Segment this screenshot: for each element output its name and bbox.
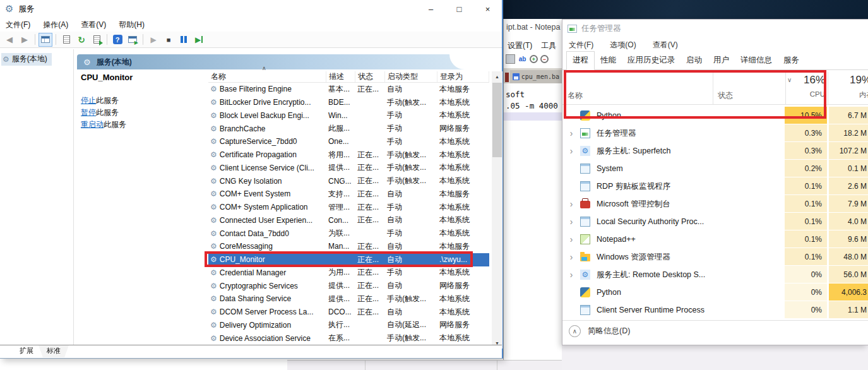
service-row[interactable]: ⚙Base Filtering Engine基本...正在...自动本地服务 (208, 83, 489, 96)
service-row[interactable]: ⚙Block Level Backup Engi...Win...手动本地系统 (208, 109, 489, 122)
menu-help[interactable]: 帮助(H) (119, 20, 145, 30)
task-manager-window[interactable]: 任务管理器 文件(F) 选项(O) 查看(V) 进程性能应用历史记录启动用户详细… (562, 19, 868, 345)
menu-action[interactable]: 操作(A) (43, 20, 68, 30)
service-row[interactable]: ⚙CoreMessagingMan...正在...自动本地服务 (208, 240, 489, 253)
maximize-button[interactable]: □ (445, 0, 473, 18)
tab-extended[interactable]: 扩展 (11, 345, 42, 357)
process-row[interactable]: ›Windows 资源管理器0.1%48.0 M (562, 248, 868, 266)
column-header-logon-as[interactable]: 登录为 (437, 71, 489, 82)
column-header-name[interactable]: 名称 (568, 90, 583, 101)
notepad-window[interactable]: ipt.bat - Notepa 设置(T) 工具 ab + − cpu_men… (503, 19, 562, 370)
refresh-icon[interactable]: ↻ (74, 33, 88, 47)
column-header-description[interactable]: 描述 (326, 71, 355, 82)
expand-chevron-icon[interactable]: › (562, 128, 580, 138)
restart-service-link[interactable]: 重启动 (81, 120, 104, 129)
vertical-scrollbar[interactable]: ▲ ▼ (492, 71, 502, 349)
process-row[interactable]: ›⚙服务主机: Superfetch0.3%107.2 M (562, 142, 868, 160)
service-row[interactable]: ⚙Device Association Service在系...手动(触发...… (208, 331, 489, 345)
tab-1[interactable]: 性能 (595, 52, 622, 69)
expand-chevron-icon[interactable]: › (562, 270, 580, 280)
menu-file[interactable]: 文件(F) (569, 40, 593, 51)
tab-6[interactable]: 服务 (778, 52, 805, 69)
stop-service-link[interactable]: 停止 (81, 96, 96, 105)
menu-options[interactable]: 选项(O) (610, 40, 636, 51)
tab-5[interactable]: 详细信息 (735, 52, 778, 69)
service-row[interactable]: ⚙COM+ System Application管理...正在...手动本地系统 (208, 201, 489, 214)
process-row[interactable]: Client Server Runtime Process0%1.1 M (562, 301, 868, 319)
restart-service-icon[interactable]: ▶ (192, 33, 206, 47)
column-header-memory[interactable]: 内存 (829, 90, 868, 100)
show-console-tree-icon[interactable] (39, 33, 52, 47)
export-list-icon[interactable] (90, 33, 104, 47)
service-row[interactable]: ⚙BranchCache此服...手动网络服务 (208, 122, 489, 135)
column-header-startup-type[interactable]: 启动类型 (385, 71, 437, 82)
process-row[interactable]: ›Local Security Authority Proc...0.1%4.0… (562, 213, 868, 230)
service-row[interactable]: ⚙CaptureService_7bdd0One...手动本地系统 (208, 135, 489, 148)
zoom-in-icon[interactable]: + (530, 55, 538, 63)
properties-icon[interactable] (59, 33, 73, 47)
service-row[interactable]: ⚙Client License Service (Cli...提供...正在..… (208, 162, 489, 175)
menu-tools[interactable]: 工具 (541, 40, 556, 51)
fewer-details-label[interactable]: 简略信息(D) (588, 326, 630, 337)
scrollbar-thumb[interactable] (492, 83, 502, 157)
service-row[interactable]: ⚙Delivery Optimization执行...自动(延迟...网络服务 (208, 319, 489, 332)
process-row[interactable]: System0.2%0.1 M (562, 160, 868, 177)
minimize-button[interactable]: – (417, 0, 445, 18)
process-table-header[interactable]: 名称 状态 ∨ 16% CPU 19% 内存 (562, 72, 868, 105)
services-table-header[interactable]: 名称 描述 状态 启动类型 登录为 (208, 71, 489, 83)
zoom-out-icon[interactable]: − (540, 55, 549, 63)
menu-view[interactable]: 查看(V) (653, 40, 678, 51)
chevron-up-icon[interactable]: ∧ (569, 325, 581, 337)
service-row[interactable]: ⚙Cryptographic Services提供...正在...自动网络服务 (208, 279, 489, 292)
find-replace-icon[interactable]: ab (518, 54, 527, 64)
service-row[interactable]: ⚙Credential Manager为用...正在...手动本地系统 (208, 266, 489, 280)
expand-chevron-icon[interactable]: › (562, 217, 580, 227)
process-row[interactable]: ›任务管理器0.3%18.2 M (562, 124, 868, 142)
tab-4[interactable]: 用户 (708, 52, 735, 69)
help-icon[interactable]: ? (110, 33, 124, 47)
service-row[interactable]: ⚙Contact Data_7bdd0为联...手动本地系统 (208, 227, 489, 240)
process-row[interactable]: Python0%4,006.3 (562, 283, 868, 301)
scroll-up-icon[interactable]: ▲ (492, 71, 502, 82)
stop-service-icon[interactable]: ■ (162, 33, 175, 47)
process-row[interactable]: ›Notepad++0.1%9.6 M (562, 230, 868, 248)
menu-settings[interactable]: 设置(T) (508, 40, 532, 51)
tab-3[interactable]: 启动 (681, 52, 708, 69)
tab-2[interactable]: 应用历史记录 (622, 52, 681, 69)
service-row[interactable]: ⚙BitLocker Drive Encryptio...BDE...手动(触发… (208, 96, 489, 109)
start-service-icon[interactable]: ▶ (146, 33, 160, 47)
process-row[interactable]: Python10.5%6.7 M (562, 107, 868, 124)
tab-standard[interactable]: 标准 (39, 345, 69, 357)
expand-chevron-icon[interactable]: › (562, 146, 580, 156)
column-header-status[interactable]: 状态 (718, 90, 733, 101)
back-icon[interactable]: ◀ (3, 33, 16, 47)
paste-icon[interactable] (506, 54, 515, 64)
menu-file[interactable]: 文件(F) (6, 20, 30, 30)
service-row[interactable]: ⚙DCOM Server Process La...DCO...正在...自动本… (208, 306, 489, 319)
service-row[interactable]: ⚙CNG Key IsolationCNG...正在...手动(触发...本地系… (208, 174, 489, 188)
service-row[interactable]: ⚙Connected User Experien...Con...正在...自动… (208, 214, 489, 227)
pause-service-link[interactable]: 暂停 (81, 108, 96, 117)
service-row[interactable]: ⚙Data Sharing Service提供...正在...手动(触发...本… (208, 292, 489, 306)
expand-chevron-icon[interactable]: › (562, 234, 580, 244)
process-row[interactable]: RDP 剪贴板监视程序0.1%2.6 M (562, 177, 868, 195)
tab-close-icon[interactable] (505, 73, 509, 82)
close-button[interactable]: × (473, 0, 502, 18)
process-row[interactable]: ›Microsoft 管理控制台0.1%7.9 M (562, 195, 868, 213)
column-header-name[interactable]: 名称 (208, 71, 326, 82)
service-row[interactable]: ⚙COM+ Event System支持...正在...自动本地服务 (208, 188, 489, 201)
services-window[interactable]: ⚙ 服务 – □ × 文件(F) 操作(A) 查看(V) 帮助(H) ◀ ▶ ↻… (0, 0, 503, 359)
menu-view[interactable]: 查看(V) (81, 20, 106, 30)
tree-item-services-local[interactable]: ⚙ 服务(本地) (1, 53, 52, 66)
expand-chevron-icon[interactable]: › (562, 252, 580, 262)
pause-service-icon[interactable] (177, 33, 191, 47)
notepad-tab[interactable]: cpu_men.ba (510, 70, 562, 83)
service-row[interactable]: ⚙CPU_Monitor正在...自动.\zwyu... (208, 253, 489, 266)
service-row[interactable]: ⚙Certificate Propagation将用...正在...手动(触发.… (208, 148, 489, 162)
expand-chevron-icon[interactable]: › (562, 199, 580, 209)
extended-view-icon[interactable]: ▶ (126, 33, 140, 47)
tab-0[interactable]: 进程 (566, 51, 595, 70)
process-row[interactable]: ›⚙服务主机: Remote Desktop S...0%56.0 M (562, 266, 868, 283)
forward-icon[interactable]: ▶ (18, 33, 32, 47)
column-header-cpu[interactable]: CPU (785, 90, 825, 98)
